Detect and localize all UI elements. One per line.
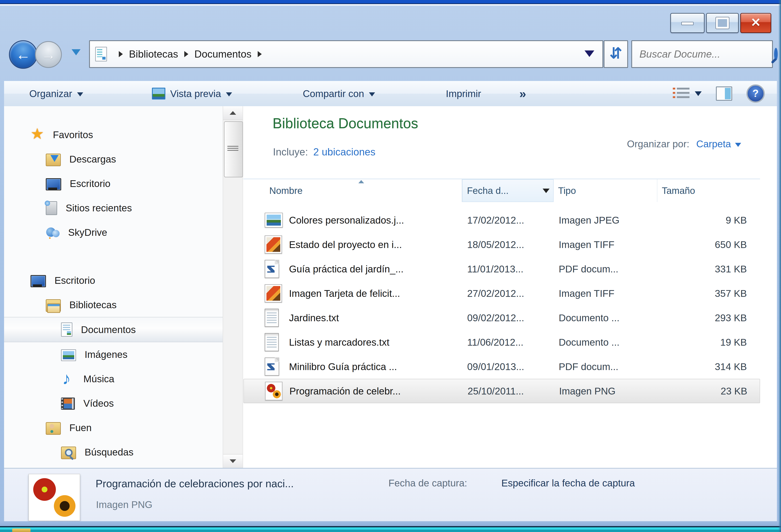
navigation-pane: FavoritosDescargasEscritorioSitios recie… xyxy=(4,106,223,468)
sidebar-item-label: Favoritos xyxy=(53,129,93,140)
sidebar-item-fuen[interactable]: Fuen xyxy=(4,415,223,440)
sidebar-scrollbar[interactable] xyxy=(223,106,243,468)
toolbar-button-label: Imprimir xyxy=(446,88,481,99)
file-date: 25/10/2011... xyxy=(467,385,555,397)
file-size: 293 KB xyxy=(657,312,747,324)
sidebar-item-música[interactable]: Música xyxy=(4,367,223,391)
sidebar-item-búsquedas[interactable]: Búsquedas xyxy=(4,440,223,464)
file-size: 331 KB xyxy=(657,263,747,275)
file-size: 650 KB xyxy=(657,239,747,250)
column-header-nombre[interactable]: Nombre xyxy=(265,179,462,202)
breadcrumb-item[interactable]: Bibliotecas xyxy=(129,48,178,60)
sidebar-item-bibliotecas[interactable]: Bibliotecas xyxy=(4,292,223,317)
column-header-fechad[interactable]: Fecha d... xyxy=(462,179,553,202)
sidebar-item-descargas[interactable]: Descargas xyxy=(4,147,223,171)
file-size: 23 KB xyxy=(658,385,747,397)
search-input[interactable] xyxy=(632,48,774,60)
toolbar-button-organizar[interactable]: Organizar xyxy=(23,83,90,104)
image-preview-icon xyxy=(152,88,165,99)
image-png-flowers-icon xyxy=(265,382,283,400)
column-header-tipo[interactable]: Tipo xyxy=(553,179,657,202)
column-filter-dropdown-icon[interactable] xyxy=(543,189,549,193)
recent-pages-dropdown-icon[interactable] xyxy=(72,49,81,55)
file-row[interactable]: Listas y marcadores.txt11/06/2012...Docu… xyxy=(243,330,760,355)
address-bar[interactable]: BibliotecasDocumentos xyxy=(89,40,603,68)
sidebar-item-vídeos[interactable]: Vídeos xyxy=(4,391,223,415)
sidebar-item-label: Escritorio xyxy=(70,178,111,189)
details-pane: Programación de celebraciones por naci..… xyxy=(4,468,777,522)
window-bottom-frame xyxy=(0,521,781,526)
file-date: 27/02/2012... xyxy=(467,288,554,299)
taskbar-icon-fragment xyxy=(12,529,31,532)
file-date: 11/01/2013... xyxy=(467,263,554,275)
navigation-bar: ← → BibliotecasDocumentos ⇵ xyxy=(0,39,781,69)
sidebar-item-label: Vídeos xyxy=(83,398,114,409)
sidebar-item-label: Imágenes xyxy=(85,349,127,360)
capture-date-value[interactable]: Especificar la fecha de captura xyxy=(501,478,635,489)
arrange-value-dropdown[interactable]: Carpeta xyxy=(696,138,741,150)
refresh-button[interactable]: ⇵ xyxy=(604,40,628,68)
details-file-name: Programación de celebraciones por naci..… xyxy=(95,478,294,490)
sidebar-item-documentos[interactable]: Documentos xyxy=(4,317,223,342)
skydrive-icon xyxy=(46,226,59,239)
file-row[interactable]: Guía práctica del jardín_...11/01/2013..… xyxy=(243,257,760,281)
scroll-down-button[interactable] xyxy=(223,454,243,468)
column-header-label: Fecha d... xyxy=(467,185,509,196)
dropdown-caret-icon xyxy=(226,92,232,96)
sidebar-item-imágenes[interactable]: Imágenes xyxy=(4,342,223,367)
dropdown-caret-icon xyxy=(369,92,375,96)
file-name: Minilibro Guía práctica ... xyxy=(289,361,458,372)
preview-pane-button[interactable] xyxy=(716,86,732,101)
toolbar-button-vista-previa[interactable]: Vista previa xyxy=(145,83,239,104)
toolbar-button--[interactable]: » xyxy=(512,83,533,104)
help-button[interactable]: ? xyxy=(746,84,765,103)
sidebar-item-escritorio[interactable]: Escritorio xyxy=(4,268,223,292)
file-row[interactable]: Estado del proyecto en i...18/05/2012...… xyxy=(243,232,760,257)
sidebar-item-escritorio[interactable]: Escritorio xyxy=(4,171,223,196)
sidebar-item-label: Búsquedas xyxy=(85,447,133,458)
toolbar-buttons: OrganizarVista previaCompartir conImprim… xyxy=(4,83,533,104)
file-row[interactable]: Imagen Tarjeta de felicit...27/02/2012..… xyxy=(243,281,760,305)
image-jpeg-icon xyxy=(264,213,283,228)
forward-button[interactable]: → xyxy=(35,41,62,68)
minimize-icon xyxy=(681,22,694,25)
user-folder-icon xyxy=(46,422,61,435)
sidebar-item-skydrive[interactable]: SkyDrive xyxy=(4,220,223,245)
recent-places-icon xyxy=(46,201,57,215)
scroll-up-button[interactable] xyxy=(223,106,243,120)
file-thumbnail xyxy=(29,474,80,521)
desktop-icon xyxy=(46,178,61,191)
toolbar-button-compartir-con[interactable]: Compartir con xyxy=(296,83,382,104)
back-button[interactable]: ← xyxy=(9,40,37,69)
column-header-tamaño[interactable]: Tamaño xyxy=(657,179,753,202)
image-tiff-icon xyxy=(264,235,282,254)
arrange-by: Organizar por: Carpeta xyxy=(627,138,741,150)
toolbar-button-label: Vista previa xyxy=(170,88,221,99)
file-row[interactable]: Minilibro Guía práctica ...09/01/2013...… xyxy=(243,355,760,379)
close-icon: ✕ xyxy=(751,15,761,30)
window-controls: ✕ xyxy=(670,13,771,33)
window-top-border xyxy=(0,0,781,4)
sidebar-item-sitios-recientes[interactable]: Sitios recientes xyxy=(4,196,223,220)
minimize-button[interactable] xyxy=(670,13,704,33)
arrange-value: Carpeta xyxy=(696,138,731,150)
scrollbar-thumb[interactable] xyxy=(224,121,243,177)
file-date: 09/02/2012... xyxy=(467,312,554,324)
file-name: Listas y marcadores.txt xyxy=(289,337,458,348)
address-dropdown-icon[interactable] xyxy=(584,50,594,57)
includes-label: Incluye: xyxy=(273,146,308,158)
file-row[interactable]: Programación de celebr...25/10/2011...Im… xyxy=(243,379,760,403)
locations-link[interactable]: 2 ubicaciones xyxy=(313,146,375,158)
file-row[interactable]: Jardines.txt09/02/2012...Documento ...29… xyxy=(243,305,760,330)
file-row[interactable]: Colores personalizados.j...17/02/2012...… xyxy=(243,208,760,232)
toolbar-button-imprimir[interactable]: Imprimir xyxy=(439,83,488,104)
maximize-restore-button[interactable] xyxy=(706,13,739,33)
close-button[interactable]: ✕ xyxy=(740,13,771,33)
view-dropdown-icon xyxy=(695,91,702,96)
window-right-border xyxy=(779,0,781,532)
dropdown-caret-icon xyxy=(77,92,83,96)
libraries-folder-icon xyxy=(46,299,61,312)
change-view-button[interactable] xyxy=(677,88,702,99)
sidebar-item-favoritos[interactable]: Favoritos xyxy=(4,122,223,147)
breadcrumb-item[interactable]: Documentos xyxy=(195,48,252,60)
